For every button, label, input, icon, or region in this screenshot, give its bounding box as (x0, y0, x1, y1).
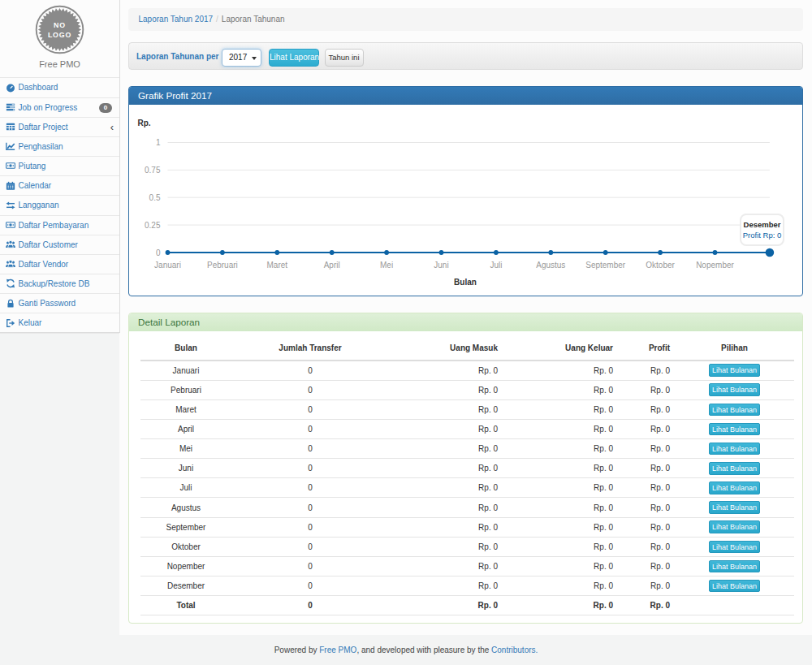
svg-text:Juni: Juni (434, 261, 448, 270)
svg-text:NO: NO (54, 21, 66, 29)
svg-text:Oktober: Oktober (646, 261, 675, 270)
svg-text:Pebruari: Pebruari (207, 261, 238, 270)
svg-text:September: September (585, 261, 626, 270)
svg-text:Januari: Januari (154, 261, 181, 270)
svg-text:LOGO: LOGO (48, 31, 71, 39)
svg-text:Bulan: Bulan (454, 278, 477, 287)
svg-text:Maret: Maret (267, 261, 288, 270)
svg-text:0.75: 0.75 (145, 166, 161, 175)
svg-text:1: 1 (156, 138, 161, 147)
svg-text:Mei: Mei (380, 261, 393, 270)
svg-text:0.25: 0.25 (145, 221, 161, 230)
svg-text:Rp.: Rp. (138, 119, 151, 127)
svg-text:Nopember: Nopember (696, 261, 734, 270)
svg-text:0: 0 (156, 248, 161, 257)
svg-text:April: April (324, 261, 340, 270)
svg-text:Agustus: Agustus (536, 261, 565, 270)
svg-text:0.5: 0.5 (149, 193, 161, 202)
svg-text:Juli: Juli (490, 261, 502, 270)
